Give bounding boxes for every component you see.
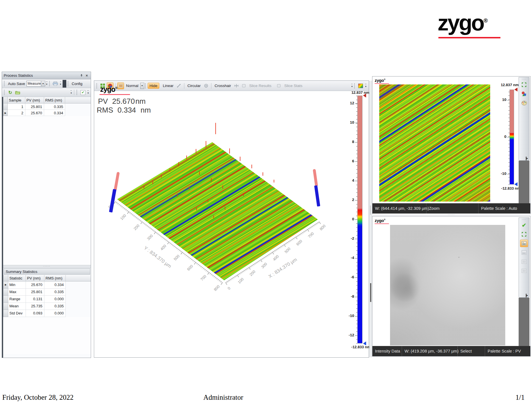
crosshair-slice-button[interactable]: Crosshair [213,83,233,88]
cell-rms[interactable]: 0.000 [44,310,66,317]
accept-button[interactable]: ✔ [520,221,528,229]
columns-view-button[interactable] [520,258,528,265]
cell-rms[interactable]: 0.000 [44,296,66,303]
cell-statistic[interactable]: Mean [8,303,26,310]
height-map-image[interactable] [379,84,490,202]
slice-stats-button[interactable]: Slice Stats [283,83,304,88]
column-header-rms[interactable]: RMS (nm) [44,275,66,281]
cell-statistic[interactable]: Max [8,289,26,296]
config-button[interactable]: Config [70,81,84,86]
measure-dropdown[interactable]: Measure, ▼ [26,81,45,86]
cell-statistic[interactable]: Min [8,281,26,289]
refresh-button[interactable]: ↻ [7,89,14,96]
column-header-pv[interactable]: PV (nm) [25,97,44,103]
cell-rms[interactable]: 0.335 [44,103,65,110]
open-folder-button[interactable] [14,89,21,96]
horizontal-splitter[interactable]: ····· [372,214,531,216]
toolbar-overflow-icon[interactable]: ▾ [60,82,61,86]
scale-max-marker[interactable] [514,88,517,92]
panel-splitter[interactable]: ····· [3,265,91,268]
toolbar-grip[interactable] [4,81,5,86]
intensity-image[interactable] [390,225,505,345]
fit-arrows-button[interactable] [520,231,528,238]
cell-statistic[interactable]: Std Dev [8,310,26,317]
toolbar-grip[interactable] [4,90,5,95]
palette-scale-indicator[interactable]: Palette Scale : PV [485,346,530,356]
column-header-pv[interactable]: PV (nm) [26,275,44,281]
row-selector[interactable] [3,310,8,317]
toolbar-grip[interactable]: ···· [522,218,526,221]
display-mode-button[interactable] [117,82,124,89]
toolbar-grip[interactable] [77,90,78,95]
collapse-toolbar-icon[interactable]: ▸ [526,157,529,160]
toolbar-grip[interactable] [49,81,50,86]
pin-icon[interactable] [79,73,84,78]
fit-arrows-button[interactable] [520,81,528,88]
print-button[interactable] [52,80,59,87]
toolbar-grip[interactable] [96,83,98,88]
row-selector[interactable] [3,296,8,303]
toolbar-grip[interactable] [354,83,355,88]
view-3d-button[interactable] [520,90,528,98]
cell-sample[interactable]: 1 [8,103,25,110]
mode-normal-label[interactable]: Normal [124,83,140,88]
image-view-button-active[interactable] [520,240,528,247]
cell-rms[interactable]: 0.335 [44,289,66,296]
row-selector[interactable] [3,289,8,296]
report-check-button[interactable]: ✔ [79,89,86,96]
surface-spike [229,148,230,154]
toolbar-overflow-icon[interactable]: ▾ [351,84,353,88]
column-header-statistic[interactable]: Statistic [8,275,26,281]
cell-pv[interactable]: 25.735 [26,303,44,310]
cell-statistic[interactable]: Range [8,296,26,303]
chevron-down-icon[interactable]: ▼ [140,83,144,89]
mode-indicator[interactable]: Select [458,346,485,356]
column-header-rms[interactable]: RMS (nm) [44,97,65,103]
mode-indicator[interactable]: Zoom [426,203,479,214]
toolbar-overflow-icon[interactable]: ▾ [87,90,89,94]
image-view-button[interactable] [520,249,528,256]
measure-dropdown-value[interactable]: Measure, [26,81,41,86]
toolbar-overflow-icon[interactable]: ▾ [46,82,48,86]
columns-view-button[interactable] [520,267,528,274]
scale-max-marker[interactable] [363,94,366,98]
row-selector[interactable] [3,303,8,310]
scale-min-marker[interactable] [514,182,517,186]
active-row-selector[interactable]: ▶ [3,281,8,289]
color-scale-bar[interactable] [510,90,514,185]
colormap-button[interactable] [357,82,364,89]
summary-statistics-titlebar[interactable]: Summary Statistics [4,268,90,275]
cell-rms[interactable]: 0.334 [44,110,65,116]
cell-pv[interactable]: 25.801 [25,103,44,110]
cell-rms[interactable]: 0.335 [44,303,66,310]
cell-pv[interactable]: 25.670 [26,281,44,289]
circular-slice-button[interactable]: Circular [186,83,203,88]
palette-scale-indicator[interactable]: Palette Scale : Auto [479,203,530,214]
color-scale-bar[interactable] [357,96,362,343]
palette-button[interactable] [520,99,528,107]
cell-sample[interactable]: 2 [8,110,25,116]
toolbar-overflow-icon[interactable]: ▾ [365,84,366,88]
toolbar-grip[interactable]: ···· [522,78,526,80]
cell-pv[interactable]: 25.670 [25,110,44,116]
chevron-down-icon[interactable]: ▼ [41,81,45,86]
collapse-toolbar-icon[interactable]: ▸ [526,294,529,297]
close-icon[interactable]: × [84,73,89,78]
column-header-sample[interactable]: Sample [8,97,25,103]
splitter-handle[interactable] [370,283,371,302]
toolbar-grip[interactable] [145,83,146,88]
auto-save-button[interactable]: Auto Save [7,81,26,86]
active-row-selector[interactable]: ▶ [3,110,8,116]
hide-button[interactable]: Hide [148,83,160,89]
toolbar-overflow-icon[interactable]: ▾ [71,90,72,94]
row-selector[interactable] [3,103,8,110]
vertical-splitter[interactable] [369,81,372,357]
cell-pv[interactable]: 25.801 [26,289,44,296]
linear-slice-button[interactable]: Linear [161,83,175,88]
cell-pv[interactable]: 0.131 [26,296,44,303]
data-type-indicator[interactable]: Intensity Data [372,346,402,356]
slice-results-button[interactable]: Slice Results [248,83,273,88]
cell-pv[interactable]: 0.093 [26,310,44,317]
cell-rms[interactable]: 0.334 [44,281,66,289]
toolbar-grip[interactable] [68,81,69,86]
